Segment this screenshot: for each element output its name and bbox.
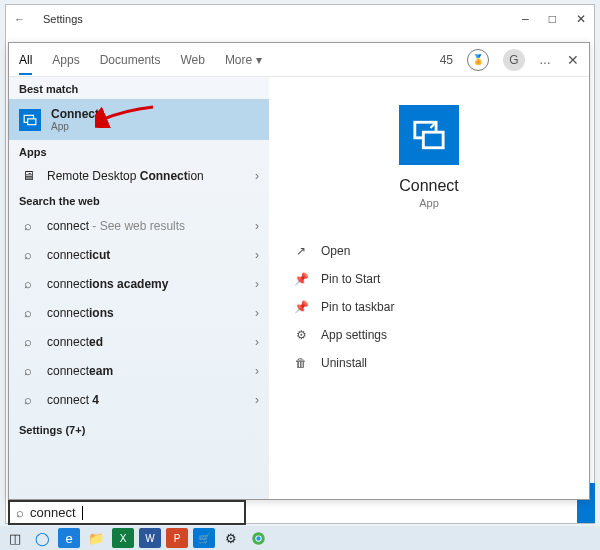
web-result-item[interactable]: connections › bbox=[9, 298, 269, 327]
store-icon[interactable]: 🛒 bbox=[193, 528, 215, 548]
web-result-label: connecteam bbox=[47, 364, 245, 378]
web-result-label: connections academy bbox=[47, 277, 245, 291]
powerpoint-icon[interactable]: P bbox=[166, 528, 188, 548]
chevron-right-icon: › bbox=[255, 393, 259, 407]
web-result-item[interactable]: connect 4 › bbox=[9, 385, 269, 414]
trash-icon: 🗑 bbox=[293, 356, 309, 370]
search-icon bbox=[19, 334, 37, 349]
word-icon[interactable]: W bbox=[139, 528, 161, 548]
best-match-kind: App bbox=[51, 121, 99, 132]
web-result-item[interactable]: connect - See web results › bbox=[9, 211, 269, 240]
preview-app-kind: App bbox=[419, 197, 439, 209]
task-view-icon[interactable]: ◫ bbox=[4, 528, 26, 548]
maximize-icon[interactable]: □ bbox=[549, 12, 556, 26]
action-pin-taskbar[interactable]: 📌 Pin to taskbar bbox=[289, 293, 569, 321]
chrome-icon[interactable] bbox=[247, 528, 269, 548]
close-flyout-icon[interactable]: ✕ bbox=[567, 52, 579, 68]
best-match-title: Connect bbox=[51, 107, 99, 121]
action-uninstall[interactable]: 🗑 Uninstall bbox=[289, 349, 569, 377]
user-avatar[interactable]: G bbox=[503, 49, 525, 71]
taskbar: ◫ ◯ e 📁 X W P 🛒 ⚙ bbox=[0, 526, 600, 550]
chevron-right-icon: › bbox=[255, 169, 259, 183]
pin-icon: 📌 bbox=[293, 300, 309, 314]
file-explorer-icon[interactable]: 📁 bbox=[85, 528, 107, 548]
gear-icon: ⚙ bbox=[293, 328, 309, 342]
connect-app-icon bbox=[19, 109, 41, 131]
web-result-label: connections bbox=[47, 306, 245, 320]
action-label: App settings bbox=[321, 328, 387, 342]
search-icon bbox=[19, 247, 37, 262]
web-result-item[interactable]: connecteam › bbox=[9, 356, 269, 385]
web-result-label: connecticut bbox=[47, 248, 245, 262]
web-result-item[interactable]: connecticut › bbox=[9, 240, 269, 269]
svg-point-6 bbox=[256, 536, 260, 540]
tab-web[interactable]: Web bbox=[180, 53, 204, 67]
web-result-label: connect 4 bbox=[47, 393, 245, 407]
search-flyout: All Apps Documents Web More ▾ 45 🏅 G … ✕… bbox=[8, 42, 590, 500]
minimize-icon[interactable]: – bbox=[522, 12, 529, 26]
chevron-right-icon: › bbox=[255, 248, 259, 262]
action-label: Pin to Start bbox=[321, 272, 380, 286]
tab-more[interactable]: More ▾ bbox=[225, 53, 262, 67]
svg-rect-1 bbox=[28, 118, 36, 124]
cortana-icon[interactable]: ◯ bbox=[31, 528, 53, 548]
action-label: Uninstall bbox=[321, 356, 367, 370]
web-result-label: connect - See web results bbox=[47, 219, 245, 233]
rewards-icon[interactable]: 🏅 bbox=[467, 49, 489, 71]
rewards-points: 45 bbox=[440, 53, 453, 67]
action-label: Pin to taskbar bbox=[321, 300, 394, 314]
tab-apps[interactable]: Apps bbox=[52, 53, 79, 67]
settings-taskbar-icon[interactable]: ⚙ bbox=[220, 528, 242, 548]
connect-app-large-icon bbox=[399, 105, 459, 165]
search-icon bbox=[19, 392, 37, 407]
search-icon bbox=[19, 218, 37, 233]
search-input-text: connect bbox=[30, 505, 76, 520]
action-open[interactable]: ↗ Open bbox=[289, 237, 569, 265]
chevron-right-icon: › bbox=[255, 335, 259, 349]
search-icon bbox=[19, 363, 37, 378]
app-result-item[interactable]: 🖥 Remote Desktop Connection › bbox=[9, 162, 269, 189]
pin-icon: 📌 bbox=[293, 272, 309, 286]
app-result-label: Remote Desktop Connection bbox=[47, 169, 204, 183]
tab-documents[interactable]: Documents bbox=[100, 53, 161, 67]
search-icon bbox=[16, 505, 24, 520]
chevron-right-icon: › bbox=[255, 219, 259, 233]
section-best-match: Best match bbox=[9, 77, 269, 99]
tab-all[interactable]: All bbox=[19, 53, 32, 75]
close-window-icon[interactable]: ✕ bbox=[576, 12, 586, 26]
preview-pane: Connect App ↗ Open 📌 Pin to Start 📌 Pin … bbox=[269, 77, 589, 499]
search-box[interactable]: connect bbox=[8, 500, 246, 525]
more-options-icon[interactable]: … bbox=[539, 53, 553, 67]
action-pin-start[interactable]: 📌 Pin to Start bbox=[289, 265, 569, 293]
results-pane: Best match Connect App Apps 🖥 Remote Des… bbox=[9, 77, 269, 499]
section-apps: Apps bbox=[9, 140, 269, 162]
web-result-item[interactable]: connected › bbox=[9, 327, 269, 356]
web-result-item[interactable]: connections academy › bbox=[9, 269, 269, 298]
back-icon[interactable]: ← bbox=[14, 13, 25, 25]
edge-icon[interactable]: e bbox=[58, 528, 80, 548]
section-settings: Settings (7+) bbox=[9, 414, 269, 440]
chevron-right-icon: › bbox=[255, 364, 259, 378]
excel-icon[interactable]: X bbox=[112, 528, 134, 548]
chevron-right-icon: › bbox=[255, 277, 259, 291]
search-icon bbox=[19, 305, 37, 320]
search-tabs: All Apps Documents Web More ▾ 45 🏅 G … ✕ bbox=[9, 43, 589, 77]
svg-rect-3 bbox=[423, 132, 443, 148]
search-icon bbox=[19, 276, 37, 291]
best-match-item[interactable]: Connect App bbox=[9, 99, 269, 140]
action-app-settings[interactable]: ⚙ App settings bbox=[289, 321, 569, 349]
preview-app-name: Connect bbox=[399, 177, 459, 195]
settings-title: Settings bbox=[43, 13, 83, 25]
action-label: Open bbox=[321, 244, 350, 258]
chevron-right-icon: › bbox=[255, 306, 259, 320]
web-result-label: connected bbox=[47, 335, 245, 349]
open-icon: ↗ bbox=[293, 244, 309, 258]
section-web: Search the web bbox=[9, 189, 269, 211]
remote-desktop-icon: 🖥 bbox=[19, 168, 37, 183]
settings-titlebar: ← Settings – □ ✕ bbox=[6, 5, 594, 33]
